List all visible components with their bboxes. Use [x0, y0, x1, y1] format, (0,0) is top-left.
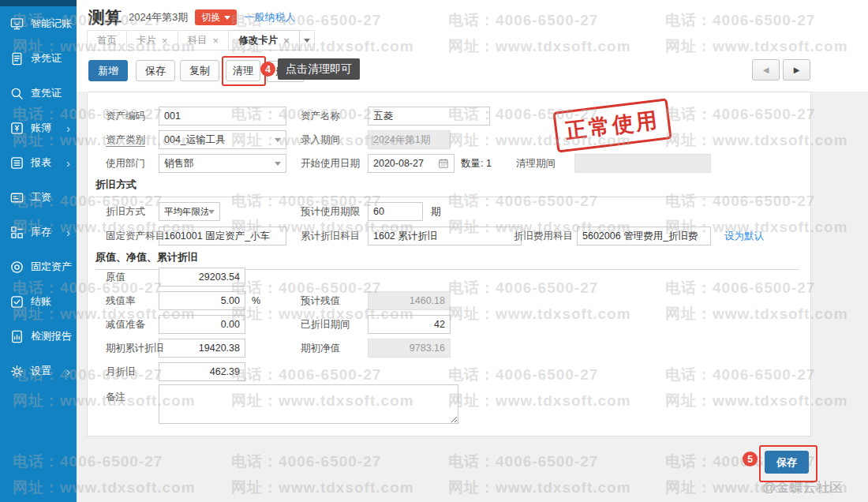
tab-label: 修改卡片 [238, 34, 278, 47]
sidebar-item-label: 查凭证 [31, 86, 62, 100]
sidebar-item-fixed-asset[interactable]: 固定资产 [0, 249, 77, 284]
accumulated-account-label: 累计折旧科目 [301, 227, 360, 245]
impairment-label: 减值准备 [106, 315, 145, 334]
sidebar-item-label: 检测报告 [31, 329, 72, 343]
footer-save-button[interactable]: 保存 [765, 451, 809, 474]
chevron-down-icon [275, 162, 281, 166]
sidebar-item-closing[interactable]: 结账 [0, 284, 77, 319]
close-icon[interactable] [162, 36, 168, 46]
chevron-down-icon [304, 39, 310, 43]
tab-label: 卡片 [137, 34, 156, 47]
initial-accumulated-input[interactable] [159, 339, 245, 358]
residual-rate-input[interactable] [159, 291, 245, 310]
next-page-button[interactable]: ▶ [783, 59, 810, 81]
accumulated-account-input[interactable] [368, 227, 522, 245]
entry-period-label: 录入期间 [301, 130, 340, 149]
fixed-asset-account-input[interactable] [159, 227, 286, 245]
step-badge-4: 4 [260, 62, 275, 77]
current-period: 2024年第3期 [129, 10, 188, 24]
sidebar-item-settings[interactable]: 设置 [0, 354, 77, 388]
sidebar-item-label: 设置 [31, 364, 51, 378]
inventory-boxes-icon [9, 224, 24, 240]
initial-net-label: 期初净值 [301, 339, 340, 358]
calendar-icon[interactable] [438, 158, 449, 169]
asset-code-input[interactable] [159, 107, 286, 126]
watermark-text: 电话：4006-6500-27网址：www.tdxsoft.com [448, 454, 631, 496]
target-circle-icon [9, 259, 24, 275]
copy-button[interactable]: 复制 [180, 60, 219, 81]
sidebar-item-label: 报表 [31, 155, 51, 170]
chevron-right-icon [66, 227, 70, 238]
start-date-value: 2020-08-27 [373, 158, 438, 169]
asset-name-input[interactable] [368, 107, 490, 126]
page-title: 测算 [88, 6, 122, 28]
sidebar-item-label: 工资 [31, 190, 51, 204]
taxpayer-type-link[interactable]: 一般纳税人 [244, 10, 295, 24]
depreciation-method-select[interactable]: 平均年限法 [159, 202, 220, 221]
status-stamp-normal-use: 正常使用 [552, 98, 672, 152]
tab-label: 首页 [97, 34, 117, 47]
initial-accumulated-label: 期初累计折旧 [106, 339, 163, 358]
chevron-down-icon [275, 138, 281, 142]
switch-label: 切换 [201, 11, 220, 24]
expected-life-input[interactable] [368, 202, 423, 221]
monthly-depreciation-input[interactable] [159, 362, 245, 381]
sidebar-item-label: 录凭证 [31, 51, 62, 66]
report-list-icon [9, 155, 24, 170]
sidebar-item-inventory[interactable]: 库存 [0, 215, 77, 249]
step-badge-5: 5 [743, 451, 758, 466]
asset-category-select[interactable]: 004_运输工具 [159, 130, 286, 149]
gear-icon [9, 363, 24, 379]
report-chart-icon [9, 328, 24, 344]
tab-account[interactable]: 科目 [178, 30, 230, 51]
sidebar-top-strip [0, 0, 77, 6]
expense-account-input[interactable] [577, 227, 711, 245]
remarks-textarea[interactable] [159, 384, 458, 424]
asset-code-label: 资产编码 [106, 107, 145, 126]
sidebar-item-voucher-search[interactable]: 查凭证 [0, 76, 77, 111]
tab-edit-card[interactable]: 修改卡片 [229, 30, 300, 51]
depreciated-periods-input[interactable] [368, 315, 451, 334]
start-date-input[interactable]: 2020-08-27 [368, 154, 455, 173]
app-window: 智能记账 录凭证 查凭证 账簿 [0, 0, 868, 502]
sidebar-item-ledger[interactable]: 账簿 [0, 111, 77, 145]
tab-card[interactable]: 卡片 [127, 30, 178, 51]
sidebar-item-smart-bookkeeping[interactable]: 智能记账 [0, 6, 77, 41]
original-value-input[interactable] [159, 268, 245, 287]
tab-list-dropdown-button[interactable] [300, 30, 315, 51]
department-value: 销售部 [164, 157, 275, 170]
cleanup-period-input [574, 154, 711, 173]
department-label: 使用部门 [106, 154, 145, 173]
close-icon[interactable] [213, 36, 219, 46]
sidebar-item-salary[interactable]: 工资 [0, 180, 77, 215]
remarks-label: 备注 [106, 388, 125, 406]
switch-period-button[interactable]: 切换 [195, 9, 237, 25]
sidebar-item-report[interactable]: 报表 [0, 145, 77, 180]
fixed-asset-account-label: 固定资产科目 [106, 227, 165, 245]
residual-rate-label: 残值率 [106, 291, 136, 310]
add-button[interactable]: 新增 [88, 60, 128, 81]
watermark-text: 电话：4006-6500-27网址：www.tdxsoft.com [231, 454, 414, 496]
close-icon[interactable] [283, 36, 290, 46]
set-default-link[interactable]: 设为默认 [724, 227, 764, 245]
residual-rate-unit: % [252, 291, 260, 310]
save-button[interactable]: 保存 [136, 60, 175, 81]
quantity-text: 数量: 1 [461, 154, 492, 173]
cleanup-period-label: 清理期间 [516, 154, 556, 173]
tab-home[interactable]: 首页 [87, 30, 127, 51]
sidebar-item-label: 智能记账 [31, 17, 72, 31]
expense-account-label: 折旧费用科目 [514, 227, 573, 245]
prev-page-button[interactable]: ◀ [752, 59, 780, 81]
depreciated-periods-label: 已折旧期间 [301, 315, 350, 334]
department-select[interactable]: 销售部 [159, 154, 286, 173]
cleanup-button[interactable]: 清理 [226, 60, 260, 81]
checkbox-icon [9, 294, 24, 309]
depreciation-method-label: 折旧方式 [106, 202, 145, 221]
sidebar-item-inspection-report[interactable]: 检测报告 [0, 319, 77, 354]
sidebar-item-label: 账簿 [31, 121, 51, 135]
impairment-input[interactable] [159, 315, 245, 334]
expected-life-unit: 期 [431, 202, 441, 221]
expected-residual-input [368, 291, 451, 310]
chevron-down-icon [224, 16, 230, 20]
sidebar-item-voucher-entry[interactable]: 录凭证 [0, 41, 77, 76]
